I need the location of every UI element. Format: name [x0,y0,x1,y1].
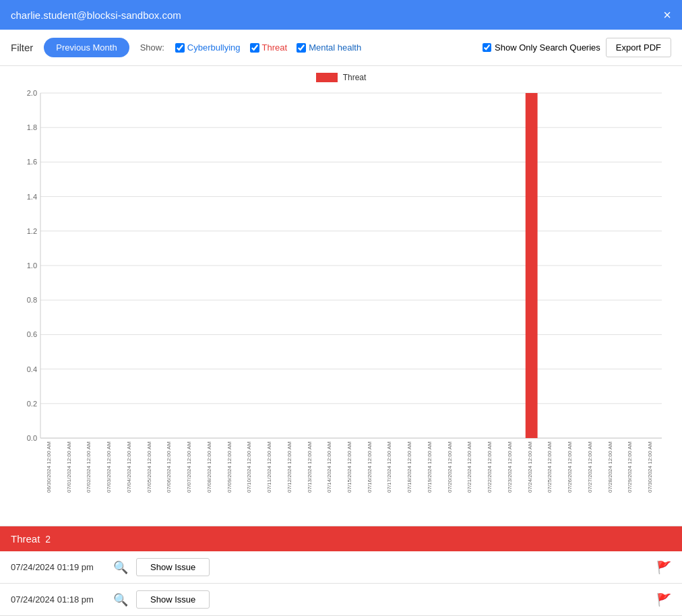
svg-text:07/14/2024 12:00 AM: 07/14/2024 12:00 AM [326,441,332,493]
flag-icon-2: 🚩 [656,592,671,607]
chart-legend: Threat [7,73,675,82]
svg-text:1.2: 1.2 [27,227,37,235]
show-issue-button-2[interactable]: Show Issue [136,590,210,609]
svg-text:0.6: 0.6 [27,330,37,338]
svg-text:07/24/2024 12:00 AM: 07/24/2024 12:00 AM [527,441,533,493]
svg-text:07/02/2024 12:00 AM: 07/02/2024 12:00 AM [86,441,92,493]
svg-text:07/08/2024 12:00 AM: 07/08/2024 12:00 AM [206,441,212,493]
svg-text:07/26/2024 12:00 AM: 07/26/2024 12:00 AM [567,441,573,493]
svg-text:07/29/2024 12:00 AM: 07/29/2024 12:00 AM [627,441,633,493]
svg-text:07/17/2024 12:00 AM: 07/17/2024 12:00 AM [386,441,392,493]
header-bar: charlie.student@blocksi-sandbox.com × [0,0,682,30]
svg-text:07/30/2024 12:00 AM: 07/30/2024 12:00 AM [647,441,653,493]
chart-svg-container: 0.00.20.40.60.81.01.21.41.61.82.006/30/2… [7,86,675,519]
search-icon-1[interactable]: 🔍 [113,560,128,575]
prev-month-button[interactable]: Previous Month [44,38,129,57]
mental-health-checkbox[interactable] [297,43,306,53]
svg-text:07/16/2024 12:00 AM: 07/16/2024 12:00 AM [367,441,373,493]
svg-text:07/10/2024 12:00 AM: 07/10/2024 12:00 AM [246,441,252,493]
issue-row-2: 07/24/2024 01:18 pm 🔍 Show Issue 🚩 [0,584,682,616]
threat-checkbox-label[interactable]: Threat [250,42,288,53]
svg-text:07/15/2024 12:00 AM: 07/15/2024 12:00 AM [346,441,352,493]
svg-text:07/28/2024 12:00 AM: 07/28/2024 12:00 AM [607,441,613,493]
flag-icon-1: 🚩 [656,560,671,575]
issues-header: Threat 2 [0,526,682,551]
mental-health-checkbox-label[interactable]: Mental health [297,42,361,53]
filter-label: Filter [11,42,33,53]
svg-text:07/11/2024 12:00 AM: 07/11/2024 12:00 AM [266,441,272,493]
chart-area: Threat 0.00.20.40.60.81.01.21.41.61.82.0… [0,66,682,526]
show-issue-button-1[interactable]: Show Issue [136,558,210,576]
filter-bar: Filter Previous Month Show: Cyberbullyin… [0,30,682,66]
issues-panel: Threat 2 07/24/2024 01:19 pm 🔍 Show Issu… [0,526,682,616]
svg-text:07/18/2024 12:00 AM: 07/18/2024 12:00 AM [406,441,412,493]
svg-text:0.2: 0.2 [27,400,37,408]
svg-text:06/30/2024 12:00 AM: 06/30/2024 12:00 AM [46,441,52,493]
svg-text:07/04/2024 12:00 AM: 07/04/2024 12:00 AM [126,441,132,493]
svg-text:2.0: 2.0 [27,89,37,97]
cyberbullying-label: Cyberbullying [187,42,241,53]
cyberbullying-checkbox-label[interactable]: Cyberbullying [175,42,241,53]
show-label: Show: [140,42,164,53]
cyberbullying-checkbox[interactable] [175,43,185,53]
svg-text:07/03/2024 12:00 AM: 07/03/2024 12:00 AM [106,441,112,493]
svg-text:07/06/2024 12:00 AM: 07/06/2024 12:00 AM [166,441,172,493]
issues-count: 2 [45,534,51,545]
svg-text:07/12/2024 12:00 AM: 07/12/2024 12:00 AM [286,441,292,493]
app-container: charlie.student@blocksi-sandbox.com × Fi… [0,0,682,616]
svg-text:1.4: 1.4 [27,193,37,201]
search-icon-2[interactable]: 🔍 [113,592,128,607]
mental-health-label: Mental health [309,42,361,53]
header-title: charlie.student@blocksi-sandbox.com [11,9,181,21]
threat-checkbox[interactable] [250,43,259,53]
show-only-queries-label[interactable]: Show Only Search Queries [483,42,600,53]
svg-text:07/23/2024 12:00 AM: 07/23/2024 12:00 AM [507,441,513,493]
issue-timestamp-1: 07/24/2024 01:19 pm [11,562,105,572]
svg-text:07/05/2024 12:00 AM: 07/05/2024 12:00 AM [146,441,152,493]
svg-text:0.4: 0.4 [27,365,37,373]
close-button[interactable]: × [663,8,671,22]
export-pdf-button[interactable]: Export PDF [606,38,671,57]
svg-text:07/20/2024 12:00 AM: 07/20/2024 12:00 AM [447,441,453,493]
svg-text:07/25/2024 12:00 AM: 07/25/2024 12:00 AM [547,441,553,493]
svg-rect-48 [526,93,538,438]
svg-text:0.8: 0.8 [27,296,37,304]
legend-label: Threat [343,73,367,82]
checkboxes: Cyberbullying Threat Mental health [175,42,361,53]
show-only-queries-text: Show Only Search Queries [495,42,600,53]
issue-row-1: 07/24/2024 01:19 pm 🔍 Show Issue 🚩 [0,551,682,584]
svg-text:07/21/2024 12:00 AM: 07/21/2024 12:00 AM [466,441,472,493]
svg-text:1.6: 1.6 [27,158,37,166]
svg-text:07/07/2024 12:00 AM: 07/07/2024 12:00 AM [186,441,192,493]
svg-text:07/13/2024 12:00 AM: 07/13/2024 12:00 AM [307,441,313,493]
filter-left: Filter Previous Month Show: Cyberbullyin… [11,38,361,57]
svg-text:07/22/2024 12:00 AM: 07/22/2024 12:00 AM [487,441,493,493]
svg-text:07/27/2024 12:00 AM: 07/27/2024 12:00 AM [587,441,593,493]
svg-text:1.8: 1.8 [27,123,37,131]
svg-text:07/01/2024 12:00 AM: 07/01/2024 12:00 AM [66,441,72,493]
chart-svg: 0.00.20.40.60.81.01.21.41.61.82.006/30/2… [7,86,675,519]
filter-right: Show Only Search Queries Export PDF [483,38,671,57]
svg-text:0.0: 0.0 [27,434,37,442]
svg-text:07/09/2024 12:00 AM: 07/09/2024 12:00 AM [226,441,232,493]
legend-color-box [316,73,338,82]
show-only-queries-checkbox[interactable] [483,43,491,52]
threat-label: Threat [262,42,288,53]
issues-title: Threat [11,533,40,545]
svg-text:07/19/2024 12:00 AM: 07/19/2024 12:00 AM [427,441,433,493]
svg-text:1.0: 1.0 [27,261,37,270]
issue-timestamp-2: 07/24/2024 01:18 pm [11,594,105,605]
